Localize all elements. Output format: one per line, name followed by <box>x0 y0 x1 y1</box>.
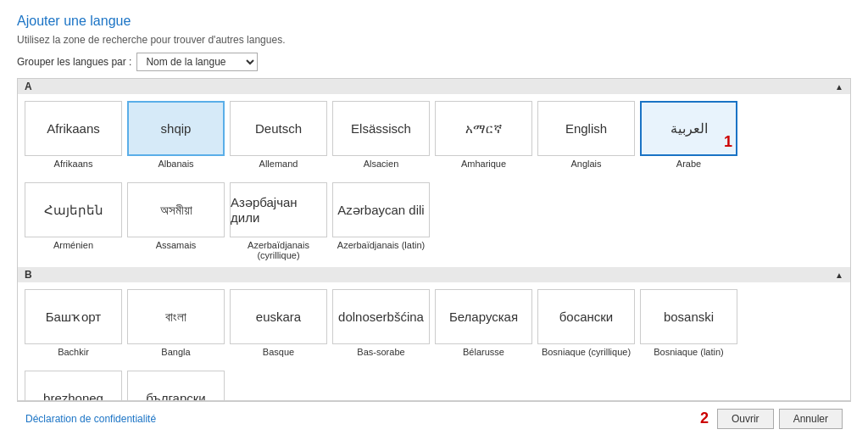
lang-native-belarusse: Беларуская <box>449 310 518 324</box>
list-item[interactable]: English Anglais <box>537 101 635 169</box>
list-item[interactable]: Azərbaycan dili Azerbaïdjanais (latin) <box>332 182 430 260</box>
lang-native-bangla: বাংলা <box>165 310 186 325</box>
list-item[interactable]: Elsässisch Alsacien <box>332 101 430 169</box>
lang-tile-allemand[interactable]: Deutsch <box>230 101 327 156</box>
lang-tile-bulgare[interactable]: български <box>127 371 225 401</box>
dialog-title: Ajouter une langue <box>17 14 851 29</box>
list-item[interactable]: български Bulgare <box>127 371 225 401</box>
lang-native-amharique: አማርኛ <box>465 121 503 137</box>
lang-native-azerbaidjanais-lat: Azərbaycan dili <box>337 203 424 218</box>
arabe-badge: 1 <box>724 133 732 151</box>
list-item[interactable]: Беларуская Bélarusse <box>435 289 532 357</box>
lang-tile-anglais[interactable]: English <box>537 101 635 156</box>
dialog-subtitle: Utilisez la zone de recherche pour trouv… <box>17 34 851 46</box>
lang-tile-bangla[interactable]: বাংলা <box>127 289 225 344</box>
lang-native-bosniaque-lat: bosanski <box>664 310 714 324</box>
footer-buttons: 2 Ouvrir Annuler <box>700 409 843 429</box>
language-list-area[interactable]: A ▲ Afrikaans Afrikaans shqip Albanais D… <box>17 78 851 401</box>
list-item[interactable]: Азәрбајчан дили Azerbaïdjanais (cyrilliq… <box>230 182 327 260</box>
lang-label-allemand: Allemand <box>259 159 298 169</box>
lang-label-arabe: Arabe <box>676 159 701 169</box>
lang-tile-azerbaidjanais-cyr[interactable]: Азәрбајчан дили <box>230 182 327 237</box>
lang-label-bachkir: Bachkir <box>58 347 89 357</box>
group-row: Grouper les langues par : Nom de la lang… <box>17 53 851 71</box>
lang-native-azerbaidjanais-cyr: Азәрбајчан дили <box>231 195 326 225</box>
lang-tile-assamais[interactable]: অসমীয়া <box>127 182 225 237</box>
list-item[interactable]: Deutsch Allemand <box>230 101 327 169</box>
lang-label-bosniaque-lat: Bosniaque (latin) <box>654 347 724 357</box>
lang-tile-basque[interactable]: euskara <box>230 289 327 344</box>
section-b-label: B <box>25 269 32 281</box>
lang-native-brezhoneg: brezhoneg <box>43 391 103 401</box>
lang-native-afrikaans: Afrikaans <box>47 121 100 136</box>
lang-tile-amharique[interactable]: አማርኛ <box>435 101 532 156</box>
language-grid-a2: Հայերեն Arménien অসমীয়া Assamais Азәрба… <box>18 176 850 267</box>
list-item[interactable]: brezhoneg Breton <box>25 371 122 401</box>
lang-native-basque: euskara <box>256 310 301 324</box>
privacy-link[interactable]: Déclaration de confidentialité <box>25 413 156 425</box>
language-grid-a1: Afrikaans Afrikaans shqip Albanais Deuts… <box>18 94 850 176</box>
list-item[interactable]: العربية 1 Arabe <box>640 101 737 169</box>
lang-native-bulgare: български <box>146 391 206 401</box>
lang-native-bas-sorabe: dolnoserbšćina <box>338 310 424 324</box>
list-item[interactable]: አማርኛ Amharique <box>435 101 532 169</box>
list-item[interactable]: босански Bosniaque (cyrillique) <box>537 289 635 357</box>
lang-tile-bosniaque-lat[interactable]: bosanski <box>640 289 737 344</box>
list-item[interactable]: Башҡорт Bachkir <box>25 289 122 357</box>
lang-label-alsacien: Alsacien <box>364 159 399 169</box>
lang-native-arabe: العربية <box>670 120 708 137</box>
lang-native-anglais: English <box>565 121 607 136</box>
lang-label-anglais: Anglais <box>570 159 601 169</box>
lang-label-albanais: Albanais <box>158 159 193 169</box>
list-item[interactable]: Afrikaans Afrikaans <box>25 101 122 169</box>
lang-tile-afrikaans[interactable]: Afrikaans <box>25 101 122 156</box>
section-a-label: A <box>25 81 32 92</box>
language-grid-b2: brezhoneg Breton български Bulgare <box>18 364 850 401</box>
lang-label-armenien: Arménien <box>53 240 93 250</box>
lang-label-azerbaidjanais-cyr: Azerbaïdjanais (cyrillique) <box>230 240 327 260</box>
cancel-button[interactable]: Annuler <box>779 409 843 429</box>
lang-tile-azerbaidjanais-lat[interactable]: Azərbaycan dili <box>332 182 430 237</box>
lang-label-belarusse: Bélarusse <box>463 347 504 357</box>
lang-native-assamais: অসমীয়া <box>160 203 192 218</box>
lang-native-allemand: Deutsch <box>255 121 302 136</box>
lang-tile-alsacien[interactable]: Elsässisch <box>332 101 430 156</box>
lang-tile-armenien[interactable]: Հայերեն <box>25 182 122 237</box>
lang-native-bachkir: Башҡорт <box>46 310 101 325</box>
list-item[interactable]: shqip Albanais <box>127 101 225 169</box>
lang-native-alsacien: Elsässisch <box>351 121 411 136</box>
group-select[interactable]: Nom de la langue Région <box>136 53 258 71</box>
language-grid-b1: Башҡорт Bachkir বাংলা Bangla euskara Bas… <box>18 282 850 364</box>
lang-native-bosniaque-cyr: босански <box>559 310 614 324</box>
lang-label-bangla: Bangla <box>161 347 190 357</box>
section-b-collapse[interactable]: ▲ <box>835 270 843 280</box>
lang-label-amharique: Amharique <box>461 159 506 169</box>
add-language-dialog: Ajouter une langue Utilisez la zone de r… <box>0 0 868 435</box>
section-a-header: A ▲ <box>18 79 850 94</box>
lang-tile-bosniaque-cyr[interactable]: босански <box>537 289 635 344</box>
open-button[interactable]: Ouvrir <box>717 409 774 429</box>
lang-tile-bas-sorabe[interactable]: dolnoserbšćina <box>332 289 430 344</box>
group-label: Grouper les langues par : <box>17 56 131 68</box>
lang-label-afrikaans: Afrikaans <box>54 159 93 169</box>
lang-native-albanais: shqip <box>161 121 192 136</box>
lang-tile-bachkir[interactable]: Башҡорт <box>25 289 122 344</box>
list-item[interactable]: অসমীয়া Assamais <box>127 182 225 260</box>
list-item[interactable]: Հայերեն Arménien <box>25 182 122 260</box>
lang-label-azerbaidjanais-lat: Azerbaïdjanais (latin) <box>337 240 425 250</box>
lang-tile-albanais[interactable]: shqip <box>127 101 225 156</box>
lang-label-bosniaque-cyr: Bosniaque (cyrillique) <box>542 347 631 357</box>
lang-tile-arabe[interactable]: العربية 1 <box>640 101 737 156</box>
list-item[interactable]: dolnoserbšćina Bas-sorabe <box>332 289 430 357</box>
list-item[interactable]: বাংলা Bangla <box>127 289 225 357</box>
lang-tile-brezhoneg[interactable]: brezhoneg <box>25 371 122 401</box>
list-item[interactable]: bosanski Bosniaque (latin) <box>640 289 737 357</box>
section-a-collapse[interactable]: ▲ <box>835 82 843 92</box>
lang-label-bas-sorabe: Bas-sorabe <box>357 347 404 357</box>
dialog-footer: Déclaration de confidentialité 2 Ouvrir … <box>17 401 851 435</box>
lang-native-armenien: Հայերեն <box>44 203 103 218</box>
lang-label-assamais: Assamais <box>156 240 197 250</box>
list-item[interactable]: euskara Basque <box>230 289 327 357</box>
lang-tile-belarusse[interactable]: Беларуская <box>435 289 532 344</box>
section-b-header: B ▲ <box>18 267 850 282</box>
